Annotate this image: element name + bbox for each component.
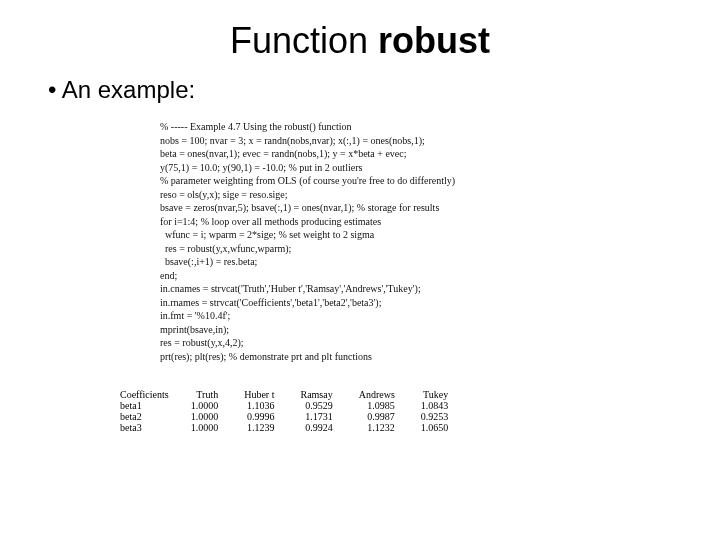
code-line: res = robust(y,x,4,2);	[160, 336, 680, 350]
table-row: beta21.00000.99961.17310.99870.9253	[120, 411, 474, 422]
table-cell: 1.0985	[359, 400, 421, 411]
table-cell: 1.1731	[300, 411, 358, 422]
row-label: beta3	[120, 422, 191, 433]
code-line: in.rnames = strvcat('Coefficients','beta…	[160, 296, 680, 310]
code-line: in.fmt = '%10.4f';	[160, 309, 680, 323]
row-label: beta2	[120, 411, 191, 422]
code-line: in.cnames = strvcat('Truth','Huber t','R…	[160, 282, 680, 296]
code-line: y(75,1) = 10.0; y(90,1) = -10.0; % put i…	[160, 161, 680, 175]
code-line: res = robust(y,x,wfunc,wparm);	[160, 242, 680, 256]
code-line: % parameter weighting from OLS (of cours…	[160, 174, 680, 188]
code-line: nobs = 100; nvar = 3; x = randn(nobs,nva…	[160, 134, 680, 148]
table-cell: 1.0843	[421, 400, 475, 411]
table-header-cell: Tukey	[421, 389, 475, 400]
code-line: reso = ols(y,x); sige = reso.sige;	[160, 188, 680, 202]
table-cell: 1.0000	[191, 400, 245, 411]
code-line: for i=1:4; % loop over all methods produ…	[160, 215, 680, 229]
table-cell: 1.1239	[244, 422, 300, 433]
table-cell: 0.9253	[421, 411, 475, 422]
table-header-cell: Ramsay	[300, 389, 358, 400]
slide-title: Function robust	[40, 20, 680, 62]
row-label: beta1	[120, 400, 191, 411]
code-line: end;	[160, 269, 680, 283]
table-header-cell: Huber t	[244, 389, 300, 400]
coefficients-table: CoefficientsTruthHuber tRamsayAndrewsTuk…	[120, 389, 474, 433]
table-cell: 1.0000	[191, 422, 245, 433]
table-cell: 0.9987	[359, 411, 421, 422]
table-cell: 1.0650	[421, 422, 475, 433]
table-row: beta31.00001.12390.99241.12321.0650	[120, 422, 474, 433]
code-line: beta = ones(nvar,1); evec = randn(nobs,1…	[160, 147, 680, 161]
code-line: % ----- Example 4.7 Using the robust() f…	[160, 120, 680, 134]
table-cell: 1.0000	[191, 411, 245, 422]
table-header-cell: Coefficients	[120, 389, 191, 400]
code-line: bsave(:,i+1) = res.beta;	[160, 255, 680, 269]
code-line: prt(res); plt(res); % demonstrate prt an…	[160, 350, 680, 364]
table-row: beta11.00001.10360.95291.09851.0843	[120, 400, 474, 411]
title-bold: robust	[378, 20, 490, 61]
table-header-row: CoefficientsTruthHuber tRamsayAndrewsTuk…	[120, 389, 474, 400]
table-cell: 0.9996	[244, 411, 300, 422]
table-header-cell: Andrews	[359, 389, 421, 400]
table-cell: 1.1232	[359, 422, 421, 433]
code-line: bsave = zeros(nvar,5); bsave(:,1) = ones…	[160, 201, 680, 215]
code-block: % ----- Example 4.7 Using the robust() f…	[160, 120, 680, 363]
title-pre: Function	[230, 20, 378, 61]
code-line: wfunc = i; wparm = 2*sige; % set weight …	[160, 228, 680, 242]
table-header-cell: Truth	[191, 389, 245, 400]
table-cell: 1.1036	[244, 400, 300, 411]
bullet-example: An example:	[48, 76, 680, 104]
table-cell: 0.9529	[300, 400, 358, 411]
code-line: mprint(bsave,in);	[160, 323, 680, 337]
table-cell: 0.9924	[300, 422, 358, 433]
